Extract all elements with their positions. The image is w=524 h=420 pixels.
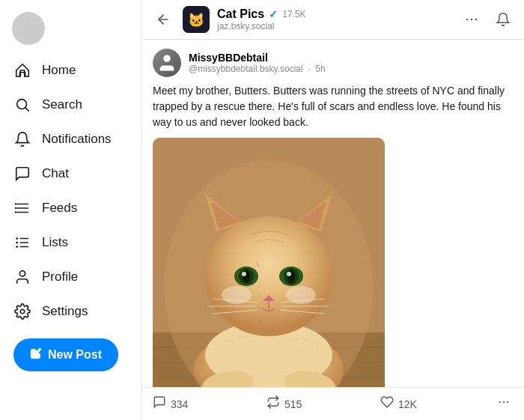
svg-point-58 bbox=[507, 401, 508, 403]
sidebar-item-label-settings: Settings bbox=[42, 304, 88, 319]
svg-point-54 bbox=[222, 286, 252, 304]
post-area: MissyBBDebtail @missybbdebtail.bsky.soci… bbox=[142, 40, 524, 387]
channel-handle: jaz.bsky.social bbox=[217, 21, 452, 31]
sidebar-item-label-profile: Profile bbox=[42, 270, 78, 284]
repost-action[interactable]: 515 bbox=[266, 395, 380, 413]
post-image bbox=[153, 138, 385, 387]
sidebar-item-label-feeds: Feeds bbox=[42, 201, 77, 216]
main-content: 🐱 Cat Pics ✓ 17.5K jaz.bsky.social bbox=[142, 0, 524, 420]
post-author-avatar bbox=[153, 49, 181, 77]
new-post-button[interactable]: New Post bbox=[13, 338, 118, 371]
reply-icon bbox=[153, 395, 166, 413]
svg-point-33 bbox=[205, 216, 332, 336]
profile-icon bbox=[13, 268, 31, 286]
sidebar-item-search[interactable]: Search bbox=[7, 88, 134, 121]
svg-point-57 bbox=[503, 401, 505, 403]
sidebar-item-home[interactable]: Home bbox=[7, 54, 134, 87]
post-username: MissyBBDebtail bbox=[189, 52, 514, 64]
sidebar-item-label-notifications: Notifications bbox=[42, 132, 112, 147]
svg-point-21 bbox=[475, 19, 478, 21]
like-icon bbox=[380, 395, 394, 413]
bell-icon bbox=[13, 130, 31, 148]
user-avatar[interactable] bbox=[12, 12, 45, 45]
sidebar-item-settings[interactable]: Settings bbox=[7, 295, 134, 328]
channel-avatar: 🐱 bbox=[183, 6, 210, 33]
sidebar-item-label-lists: Lists bbox=[42, 235, 68, 250]
sidebar: Home Search Notifications Chat bbox=[0, 0, 142, 420]
sidebar-item-label-home: Home bbox=[42, 63, 76, 78]
back-button[interactable] bbox=[151, 7, 175, 31]
home-icon bbox=[13, 61, 31, 79]
new-post-icon bbox=[30, 347, 42, 362]
sidebar-item-lists[interactable]: Lists bbox=[7, 226, 134, 259]
repost-icon bbox=[266, 395, 280, 413]
sidebar-item-label-search: Search bbox=[42, 97, 82, 112]
new-post-label: New Post bbox=[48, 348, 102, 362]
svg-point-56 bbox=[499, 401, 501, 403]
search-icon bbox=[13, 96, 31, 114]
subscribe-button[interactable] bbox=[491, 7, 515, 31]
svg-point-12 bbox=[16, 242, 18, 244]
channel-info: Cat Pics ✓ 17.5K jaz.bsky.social bbox=[217, 7, 452, 31]
topbar-actions bbox=[460, 7, 515, 31]
repost-count: 515 bbox=[284, 398, 302, 410]
actions-bar: 334 515 12K bbox=[142, 387, 524, 420]
reply-count: 334 bbox=[171, 398, 188, 410]
like-count: 12K bbox=[398, 398, 417, 410]
sidebar-item-notifications[interactable]: Notifications bbox=[7, 123, 134, 156]
svg-line-1 bbox=[25, 108, 28, 111]
more-options-button[interactable] bbox=[460, 7, 484, 31]
sidebar-item-label-chat: Chat bbox=[42, 166, 69, 181]
chat-icon bbox=[13, 165, 31, 183]
svg-point-45 bbox=[287, 272, 291, 276]
sidebar-item-profile[interactable]: Profile bbox=[7, 261, 134, 293]
channel-title: Cat Pics ✓ 17.5K bbox=[217, 7, 452, 21]
svg-point-11 bbox=[16, 237, 18, 240]
like-action[interactable]: 12K bbox=[380, 395, 494, 413]
svg-point-15 bbox=[20, 309, 25, 314]
svg-point-13 bbox=[16, 246, 18, 248]
feeds-icon bbox=[13, 199, 31, 217]
svg-point-20 bbox=[471, 19, 473, 21]
svg-point-40 bbox=[243, 270, 250, 283]
topbar: 🐱 Cat Pics ✓ 17.5K jaz.bsky.social bbox=[142, 0, 524, 40]
lists-icon bbox=[13, 234, 31, 252]
follower-count: 17.5K bbox=[282, 9, 305, 19]
verified-badge: ✓ bbox=[269, 8, 278, 20]
post-header: MissyBBDebtail @missybbdebtail.bsky.soci… bbox=[153, 49, 514, 77]
post-handle: @missybbdebtail.bsky.social · 5h bbox=[189, 64, 514, 74]
post-meta: MissyBBDebtail @missybbdebtail.bsky.soci… bbox=[189, 52, 514, 74]
svg-point-44 bbox=[287, 270, 295, 283]
svg-text:🐱: 🐱 bbox=[188, 12, 205, 28]
svg-point-22 bbox=[163, 55, 170, 62]
reply-action[interactable]: 334 bbox=[153, 395, 266, 413]
sidebar-item-chat[interactable]: Chat bbox=[7, 157, 134, 190]
svg-point-19 bbox=[466, 19, 469, 21]
svg-point-41 bbox=[242, 272, 246, 276]
sidebar-item-feeds[interactable]: Feeds bbox=[7, 192, 134, 225]
svg-point-14 bbox=[19, 271, 25, 276]
post-more-button[interactable] bbox=[494, 395, 514, 413]
svg-point-55 bbox=[286, 286, 316, 304]
post-text: Meet my brother, Butters. Butters was ru… bbox=[153, 83, 514, 130]
settings-icon bbox=[13, 302, 31, 320]
